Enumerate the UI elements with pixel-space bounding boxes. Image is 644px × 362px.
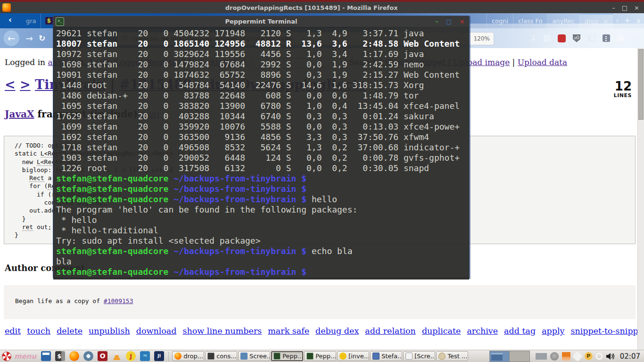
taskbar-window-drop[interactable]: drop...	[172, 351, 204, 361]
forward-button[interactable]: →	[25, 33, 33, 43]
tab-list-icon[interactable]: ∨	[633, 16, 644, 25]
top-process-row: 1699 stefan 20 0 359920 10076 5588 S 0,0…	[56, 122, 469, 132]
chromium-launcher-icon[interactable]	[83, 351, 93, 361]
chat-icon[interactable]	[617, 35, 625, 41]
upload-data-link[interactable]: Upload data	[518, 58, 567, 67]
tab-drop[interactable]: drop×	[579, 14, 613, 28]
menu-icon[interactable]: ≡	[632, 35, 639, 41]
bluefolder-icon	[240, 353, 248, 360]
prev-snippet-link[interactable]: <	[5, 77, 16, 92]
volume-icon[interactable]	[606, 353, 615, 360]
maximize-icon[interactable]: □	[622, 4, 627, 11]
tray-circle-icon[interactable]	[596, 353, 603, 360]
window-title: dropOverlappingRects [1015489] - Mozilla…	[11, 4, 612, 11]
logged-in-text: Logged in	[5, 58, 48, 67]
screenshot-launcher-icon[interactable]	[41, 351, 51, 361]
waves-launcher-icon[interactable]: ≈	[140, 351, 150, 361]
action-link-download[interactable]: download	[136, 326, 177, 336]
firefox-icon	[174, 353, 182, 360]
tab-anyRec[interactable]: anyRec	[547, 14, 580, 28]
action-link-touch[interactable]: touch	[27, 326, 50, 336]
action-link-mark-safe[interactable]: mark safe	[268, 326, 309, 336]
top-process-row: 19091 stefan 20 0 1874632 65752 8896 S 0…	[56, 70, 469, 80]
opera-launcher-icon[interactable]: O	[98, 351, 107, 361]
terminal-content[interactable]: 29621 stefan 20 0 4504232 171948 2120 S …	[53, 27, 469, 280]
terminal-maximize-icon[interactable]: □	[446, 18, 452, 25]
zoom-level[interactable]: 120%	[474, 35, 490, 42]
prompt-symbol: $	[301, 267, 306, 277]
shell-output-line: Try: sudo apt install <selected package>	[56, 236, 469, 246]
back-button[interactable]: ←	[3, 30, 20, 47]
action-link-unpublish[interactable]: unpublish	[89, 326, 130, 336]
taskbar-window-Stefa[interactable]: Stefa...	[370, 351, 402, 361]
tray-rect-icon[interactable]	[536, 353, 547, 360]
java-launcher-icon[interactable]: J	[126, 351, 136, 361]
action-link-debug-dex[interactable]: debug dex	[315, 326, 359, 336]
action-link-snippet-to-snippet[interactable]: snippet-to-snippet	[571, 326, 644, 336]
tab-label: cogni	[492, 17, 508, 25]
reload-button[interactable]: ↻	[39, 33, 45, 43]
tray-plug-icon[interactable]	[572, 351, 583, 362]
download-icon[interactable]: ↓	[530, 33, 537, 43]
library-icon[interactable]	[544, 35, 551, 42]
abp-icon[interactable]	[558, 34, 566, 42]
minimize-icon[interactable]: –	[612, 4, 615, 11]
action-link-add-tag[interactable]: add tag	[504, 326, 536, 336]
prompt-path: ~/backups-from-tinybrain	[173, 184, 296, 194]
sidebar-icon[interactable]	[587, 35, 595, 41]
action-link-add-relation[interactable]: add relation	[365, 326, 416, 336]
intellij-launcher-icon[interactable]: JI	[154, 351, 164, 361]
code-token-link[interactable]: ret	[22, 223, 33, 231]
workspace-2[interactable]	[510, 351, 529, 362]
code-token-link[interactable]: Rect	[29, 174, 44, 182]
terminal-minimize-icon[interactable]: –	[436, 18, 438, 25]
scroll-tabs-left-icon[interactable]: ‹	[8, 15, 12, 25]
tray-cat-icon[interactable]	[550, 352, 559, 361]
action-link-archive[interactable]: archive	[467, 326, 498, 336]
new-tab-icon[interactable]: +	[621, 16, 633, 25]
taskbar-window-Pepp[interactable]: Pepp...	[304, 351, 336, 361]
page-scrollbar[interactable]	[637, 48, 644, 350]
window-button-label: Scree...	[249, 353, 270, 360]
tray-p-icon[interactable]: P	[585, 352, 593, 360]
scrollbar-thumb[interactable]	[638, 49, 644, 120]
action-link-edit[interactable]: edit	[5, 326, 21, 336]
tab-overflow-icon[interactable]: ›	[613, 16, 621, 25]
top-process-row: 1448 root 20 0 548784 54140 22476 S 14,6…	[56, 80, 469, 90]
extension-icon[interactable]	[603, 34, 610, 42]
ublock-icon[interactable]: uO	[573, 34, 580, 42]
terminal-dollar-launcher-icon[interactable]: $	[55, 351, 65, 361]
taskbar-window-Test[interactable]: Test ...	[436, 351, 468, 361]
javax-link[interactable]: JavaX	[5, 108, 34, 120]
close-icon[interactable]: ×	[634, 4, 639, 11]
workspace-1[interactable]	[490, 351, 510, 362]
taskbar-window-inve[interactable]: [inve...	[337, 351, 369, 361]
firefox-launcher-icon[interactable]	[69, 351, 79, 361]
tab-cogni[interactable]: cogni	[487, 14, 513, 28]
terminal-close-icon[interactable]: ×	[460, 18, 464, 25]
top-process-row: 1226 root 20 0 317508 6132 0 S 0,0 0,2 0…	[56, 163, 469, 173]
workspace-switcher[interactable]	[489, 351, 530, 362]
taskbar-window-cons[interactable]: cons...	[205, 351, 237, 361]
action-link-delete[interactable]: delete	[57, 326, 83, 336]
taskbar-window-Scree[interactable]: Scree...	[238, 351, 270, 361]
action-link-apply[interactable]: apply	[542, 326, 564, 336]
next-snippet-link[interactable]: >	[20, 77, 31, 92]
tab-label: drop	[585, 18, 599, 25]
terminal-title: Peppermint Terminal	[53, 18, 469, 25]
tab-close-icon[interactable]: ×	[603, 18, 609, 25]
tab-gra[interactable]: gra	[22, 14, 41, 28]
taskbar-window-Scre[interactable]: [Scre...	[403, 351, 435, 361]
cone-launcher-icon[interactable]	[112, 351, 122, 361]
action-link-duplicate[interactable]: duplicate	[422, 326, 461, 336]
clock[interactable]: 02:07	[618, 352, 644, 361]
taskbar-window-Pepp[interactable]: Pepp...	[271, 351, 303, 361]
action-link-show-line-numbers[interactable]: show line numbers	[182, 326, 262, 336]
shell-output-line: * hello-traditional	[56, 225, 469, 236]
tray-orange-icon[interactable]	[562, 352, 570, 361]
terminal-titlebar[interactable]: >_ Peppermint Terminal – □ ×	[53, 16, 469, 27]
system-tray: P	[533, 352, 618, 361]
menu-button[interactable]: menu	[0, 351, 41, 362]
tab-class Fo[interactable]: class Fo	[513, 14, 547, 28]
copy-source-link[interactable]: #1009153	[104, 297, 133, 304]
